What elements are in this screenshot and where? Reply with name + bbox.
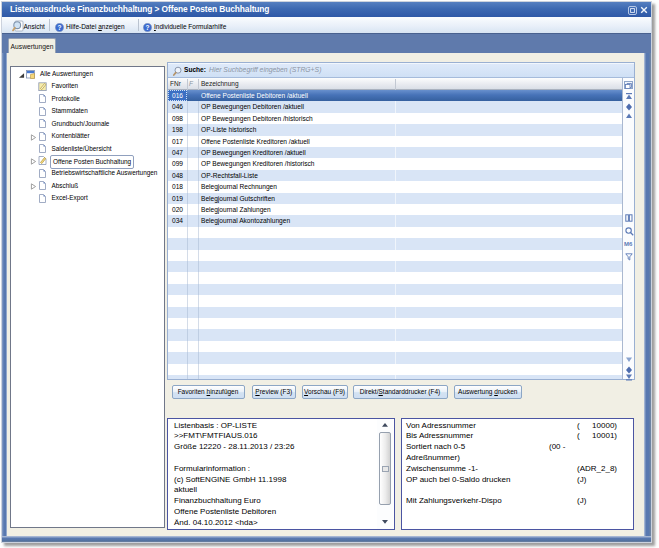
svg-text:?: ? (145, 23, 149, 30)
svg-text:?: ? (58, 23, 62, 30)
